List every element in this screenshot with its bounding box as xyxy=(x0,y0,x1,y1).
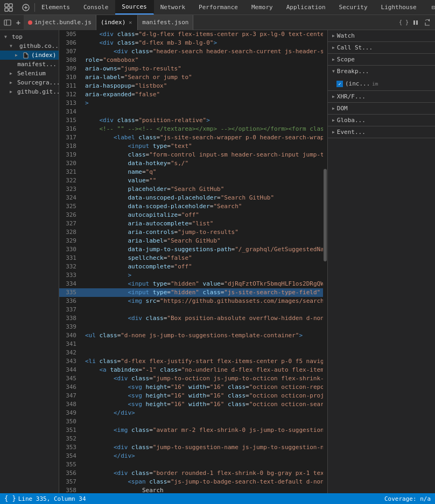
dom-header[interactable]: ▶ DOM xyxy=(328,103,435,114)
line-number: 348 xyxy=(59,400,81,409)
event-header[interactable]: ▶ Event... xyxy=(328,126,435,138)
file-icon xyxy=(23,52,29,59)
sidebar-item-label: manifest... xyxy=(17,61,57,68)
section-label: Breakp... xyxy=(337,68,369,75)
tab-index[interactable]: (index) ✕ xyxy=(96,15,138,30)
code-line-317: 317 <label class="js-site-search-wrapper… xyxy=(59,133,323,142)
new-snippet-icon[interactable]: + xyxy=(13,17,24,28)
breakpoints-header[interactable]: ▼ Breakp... xyxy=(328,66,435,77)
code-line-311: 311aria-haspopup="listbox" xyxy=(59,82,323,90)
scope-header[interactable]: ▶ Scope xyxy=(328,54,435,65)
tab-label: (index) xyxy=(101,19,125,26)
line-number: 312 xyxy=(59,90,81,99)
line-content-cell xyxy=(81,340,323,349)
sidebar-item-manifest[interactable]: manifest... xyxy=(0,60,59,69)
nav-memory[interactable]: Memory xyxy=(245,0,280,15)
tab-manifest[interactable]: manifest.json xyxy=(138,15,193,30)
svg-rect-2 xyxy=(5,8,8,11)
section-label: Call St... xyxy=(337,44,373,51)
line-number: 324 xyxy=(59,194,81,202)
section-arrow: ▼ xyxy=(332,69,335,74)
devtools-icon2 xyxy=(17,3,35,12)
error-indicator xyxy=(28,20,32,25)
sidebar-item-top[interactable]: ▼ top xyxy=(0,32,59,41)
code-line-353: 353 <div class="jump-to-suggestion-name … xyxy=(59,443,323,452)
code-line-344: 344 <a tabindex="-1" class="no-underline… xyxy=(59,366,323,374)
nav-network[interactable]: Network xyxy=(154,0,192,15)
sidebar-item-selenium[interactable]: ▶ Selenium xyxy=(0,69,59,78)
nav-lighthouse[interactable]: Lighthouse xyxy=(375,0,424,15)
code-line-326: 326 autocapitalize="off" xyxy=(59,211,323,219)
code-line-330: 330 data-jump-to-suggestions-path="/_gra… xyxy=(59,245,323,254)
line-number: 308 xyxy=(59,56,81,65)
line-number: 332 xyxy=(59,262,81,271)
nav-console[interactable]: Console xyxy=(77,0,115,15)
nav-application[interactable]: Application xyxy=(280,0,333,15)
tab-inject-bundle[interactable]: inject.bundle.js xyxy=(24,15,96,30)
line-content-cell xyxy=(81,323,323,331)
code-line-322: 322 value="" xyxy=(59,176,323,185)
line-content-cell: class="form-control input-sm header-sear… xyxy=(81,151,323,159)
vertical-scrollbar[interactable] xyxy=(323,30,327,493)
right-panel: ▶ Watch ▶ Call St... ▶ Scope ▼ Breakp... xyxy=(327,30,435,493)
code-line-357: 357 <span class="js-jump-to-badge-search… xyxy=(59,478,323,486)
section-label: Scope xyxy=(337,56,355,63)
callstack-section: ▶ Call St... xyxy=(328,42,435,54)
svg-rect-0 xyxy=(5,4,8,7)
line-content-cell: <div class="jump-to-suggestion-name js-j… xyxy=(81,443,323,452)
callstack-header[interactable]: ▶ Call St... xyxy=(328,42,435,53)
line-number: 358 xyxy=(59,486,81,493)
toggle-sidebar-icon[interactable] xyxy=(2,17,13,28)
code-line-354: 354 </div> xyxy=(59,452,323,460)
line-content-cell: > xyxy=(81,271,323,280)
line-content-cell: > xyxy=(81,99,323,108)
nav-performance[interactable]: Performance xyxy=(192,0,245,15)
section-arrow: ▶ xyxy=(332,106,335,111)
watch-header[interactable]: ▶ Watch xyxy=(328,30,435,41)
line-content-cell: <input type="text" xyxy=(81,142,323,151)
sidebar-item-index[interactable]: ▶ (index) xyxy=(0,51,59,60)
code-line-350: 350 xyxy=(59,417,323,426)
line-number: 349 xyxy=(59,409,81,417)
sidebar-item-sourcegraph[interactable]: ▶ Sourcegra... xyxy=(0,78,59,87)
sidebar-item-github[interactable]: ▼ github.co... xyxy=(0,41,59,51)
nav-elements[interactable]: Elements xyxy=(35,0,77,15)
line-number: 344 xyxy=(59,366,81,374)
format-icon[interactable]: { } xyxy=(398,17,409,28)
line-content-cell: <div class="jump-to-octicon js-jump-to-o… xyxy=(81,374,323,383)
tab-close-button[interactable]: ✕ xyxy=(128,19,133,26)
code-line-333: 333 > xyxy=(59,271,323,280)
step-over-icon[interactable] xyxy=(422,17,433,28)
line-content-cell: <label class="js-site-search-wrapper p-0… xyxy=(81,133,323,142)
nav-controls: ⊡ ⋮ ✕ xyxy=(424,2,435,13)
code-line-351: 351 <img class="avatar mr-2 flex-shrink-… xyxy=(59,426,323,435)
code-line-314: 314 xyxy=(59,108,323,116)
sidebar-item-github-git[interactable]: ▶ github.git... xyxy=(0,87,59,96)
nav-security[interactable]: Security xyxy=(333,0,375,15)
code-line-329: 329 aria-label="Search GitHub" xyxy=(59,237,323,245)
global-header[interactable]: ▶ Globa... xyxy=(328,115,435,126)
expand-arrow: ▶ xyxy=(10,71,15,76)
code-scroll-area[interactable]: 305 <div class="d-lg-flex flex-items-cen… xyxy=(59,30,323,493)
sidebar-item-label: github.co... xyxy=(19,42,59,49)
line-number: 330 xyxy=(59,245,81,254)
global-section: ▶ Globa... xyxy=(328,115,435,126)
pause-icon[interactable] xyxy=(410,17,421,28)
breakpoint-checkbox[interactable] xyxy=(336,81,343,87)
code-line-338: 338 <div class="Box position-absolute ov… xyxy=(59,314,323,323)
line-number: 318 xyxy=(59,142,81,151)
svg-rect-3 xyxy=(9,8,12,11)
expand-arrow: ▶ xyxy=(10,80,15,85)
xhr-header[interactable]: ▶ XHR/F... xyxy=(328,91,435,102)
nav-sources[interactable]: Sources xyxy=(115,0,153,15)
code-line-312: 312aria-expanded="false" xyxy=(59,90,323,99)
code-line-313: 313> xyxy=(59,99,323,108)
line-number: 326 xyxy=(59,211,81,219)
line-content-cell: value="" xyxy=(81,176,323,185)
file-tree-sidebar: ▼ top ▼ github.co... ▶ (index) manifest.… xyxy=(0,30,59,493)
code-line-321: 321 name="q" xyxy=(59,168,323,176)
section-label: Watch xyxy=(337,32,355,39)
line-content-cell: <ul class="d-none js-jump-to-suggestions… xyxy=(81,331,323,340)
line-number: 331 xyxy=(59,254,81,262)
dock-icon[interactable]: ⊡ xyxy=(428,2,435,13)
